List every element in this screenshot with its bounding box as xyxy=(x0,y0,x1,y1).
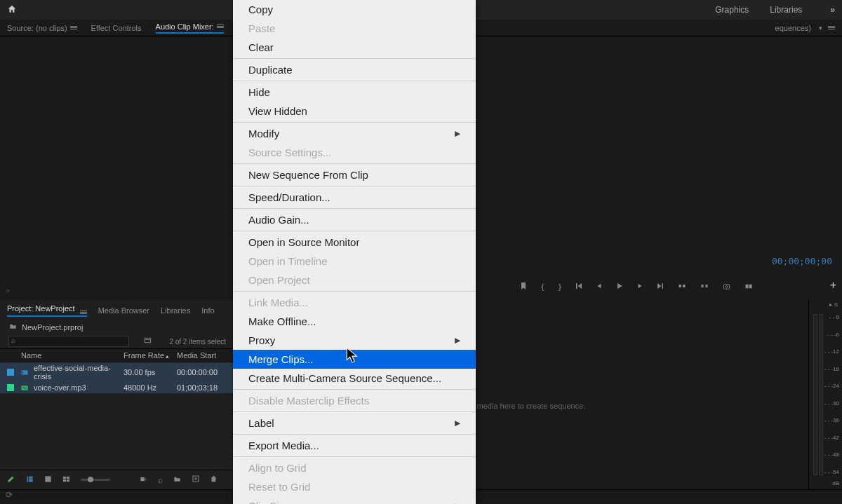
effect-controls-tab[interactable]: Effect Controls xyxy=(91,24,142,32)
timecode-display[interactable]: 00;00;00;00 xyxy=(772,256,832,266)
menu-item-make-offline[interactable]: Make Offline... xyxy=(233,312,476,331)
svg-point-4 xyxy=(726,285,728,287)
column-frame-rate[interactable]: Frame Rate▴ xyxy=(123,351,177,360)
project-file-row[interactable]: NewProject.prproj xyxy=(0,320,234,334)
add-marker-icon[interactable] xyxy=(519,282,528,292)
menu-item-create-multi-camera-source-sequence[interactable]: Create Multi-Camera Source Sequence... xyxy=(233,369,476,388)
trash-icon[interactable] xyxy=(210,475,218,485)
zoom-slider[interactable] xyxy=(81,479,110,481)
menu-item-label: Create Multi-Camera Source Sequence... xyxy=(248,371,441,386)
filter-bin-icon[interactable] xyxy=(143,336,152,346)
clip-media-start: 00:00:00:00 xyxy=(177,368,227,376)
column-name[interactable]: Name xyxy=(7,351,123,360)
list-view-icon[interactable] xyxy=(25,475,34,485)
menu-item-duplicate[interactable]: Duplicate xyxy=(233,60,476,79)
mark-out-icon[interactable]: } xyxy=(558,282,563,292)
sequences-tab[interactable]: equences) ▾ xyxy=(775,24,835,32)
meter-solo-icon[interactable]: ▸ S xyxy=(829,301,838,308)
tab-project[interactable]: Project: NewProject xyxy=(7,304,87,317)
tab-libraries[interactable]: Libraries xyxy=(161,306,190,315)
submenu-arrow-icon: ▶ xyxy=(455,128,460,139)
menu-item-modify[interactable]: Modify▶ xyxy=(233,124,476,143)
menu-separator xyxy=(233,186,476,186)
play-icon[interactable] xyxy=(615,282,624,292)
sort-icon[interactable] xyxy=(120,475,129,485)
hamburger-icon[interactable] xyxy=(828,26,835,29)
svg-rect-14 xyxy=(29,476,33,477)
meter-tick: - - -54 xyxy=(824,469,839,475)
meter-tick: - - -36 xyxy=(824,417,839,423)
workspace-tab-graphics[interactable]: Graphics xyxy=(715,5,749,15)
project-list-row[interactable]: voice-over.mp348000 Hz01;00;03;18 xyxy=(0,382,234,393)
submenu-arrow-icon: ▶ xyxy=(455,500,460,504)
button-editor-plus-icon[interactable]: + xyxy=(830,279,836,292)
menu-item-label: Open Project xyxy=(248,273,310,287)
meter-tick: - - -42 xyxy=(824,435,839,441)
menu-item-clear[interactable]: Clear xyxy=(233,38,476,57)
video-clip-icon xyxy=(20,369,29,376)
lift-icon[interactable] xyxy=(677,282,687,292)
label-swatch xyxy=(7,369,14,376)
pencil-icon[interactable] xyxy=(7,475,15,485)
find-icon[interactable]: ⌕ xyxy=(158,475,163,485)
meter-bar-left xyxy=(813,314,817,475)
hamburger-icon[interactable] xyxy=(70,26,77,29)
menu-item-proxy[interactable]: Proxy▶ xyxy=(233,331,476,350)
menu-item-view-hidden[interactable]: View Hidden xyxy=(233,102,476,121)
tab-info[interactable]: Info xyxy=(201,306,214,315)
home-icon[interactable] xyxy=(7,4,17,16)
workspace-tab-libraries[interactable]: Libraries xyxy=(770,5,802,15)
menu-item-audio-gain[interactable]: Audio Gain... xyxy=(233,210,476,229)
svg-rect-11 xyxy=(22,373,22,374)
icon-view-icon[interactable] xyxy=(44,475,52,485)
menu-item-open-in-timeline: Open in Timeline xyxy=(233,252,476,271)
column-media-start[interactable]: Media Start xyxy=(177,351,227,360)
menu-item-label: Clip Size xyxy=(248,498,290,504)
step-forward-icon[interactable] xyxy=(636,282,643,291)
menu-item-new-sequence-from-clip[interactable]: New Sequence From Clip xyxy=(233,165,476,184)
tab-media-browser[interactable]: Media Browser xyxy=(98,306,149,315)
mark-in-icon[interactable]: { xyxy=(540,282,545,292)
menu-separator xyxy=(233,291,476,292)
go-to-in-icon[interactable] xyxy=(575,282,583,292)
sort-asc-icon: ▴ xyxy=(166,353,169,360)
export-frame-icon[interactable] xyxy=(722,282,731,292)
svg-rect-18 xyxy=(29,480,33,482)
menu-separator xyxy=(233,122,476,123)
step-back-icon[interactable] xyxy=(596,282,603,291)
new-bin-icon[interactable] xyxy=(173,475,182,485)
source-tab[interactable]: Source: (no clips) xyxy=(7,24,77,32)
menu-item-label: Make Offline... xyxy=(248,314,316,329)
menu-item-label: Open in Source Monitor xyxy=(248,235,359,250)
menu-item-merge-clips[interactable]: Merge Clips... xyxy=(233,350,476,369)
svg-rect-3 xyxy=(724,284,730,288)
menu-item-label: New Sequence From Clip xyxy=(248,168,368,182)
menu-item-hide[interactable]: Hide xyxy=(233,83,476,102)
meter-bar-right xyxy=(819,314,823,475)
new-item-icon[interactable] xyxy=(192,475,200,485)
automate-to-sequence-icon[interactable] xyxy=(139,475,148,485)
overflow-icon[interactable]: » xyxy=(830,5,835,15)
svg-rect-20 xyxy=(63,476,66,478)
menu-item-label: Clear xyxy=(248,40,274,55)
menu-separator xyxy=(233,58,476,59)
go-to-out-icon[interactable] xyxy=(656,282,664,292)
svg-rect-15 xyxy=(27,478,28,479)
menu-item-open-in-source-monitor[interactable]: Open in Source Monitor xyxy=(233,233,476,252)
project-search-input[interactable] xyxy=(8,336,129,347)
svg-rect-17 xyxy=(27,480,28,482)
bin-icon xyxy=(8,322,18,332)
menu-item-speed-duration[interactable]: Speed/Duration... xyxy=(233,188,476,207)
project-list-row[interactable]: effective-social-media-crisis30.00 fps00… xyxy=(0,362,234,382)
extract-icon[interactable] xyxy=(700,282,709,292)
svg-rect-21 xyxy=(67,476,69,478)
menu-item-label[interactable]: Label▶ xyxy=(233,414,476,433)
hamburger-icon[interactable] xyxy=(217,25,224,28)
comparison-view-icon[interactable] xyxy=(744,282,754,292)
freeform-view-icon[interactable] xyxy=(62,475,71,485)
menu-item-copy[interactable]: Copy xyxy=(233,0,476,19)
menu-item-export-media[interactable]: Export Media... xyxy=(233,436,476,455)
audio-clip-mixer-tab[interactable]: Audio Clip Mixer: xyxy=(156,22,224,34)
meter-tick: - - -30 xyxy=(824,400,839,407)
hamburger-icon[interactable] xyxy=(80,311,87,314)
